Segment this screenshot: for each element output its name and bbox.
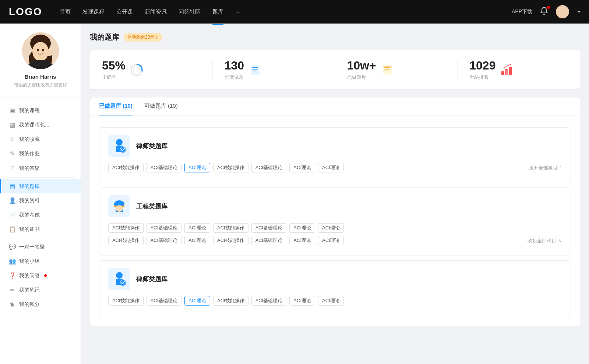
bank-card-2: 工程类题库 ACI技能操作 ACI基础理论 ACI理论 ACI技能操作 ACI基… — [99, 188, 571, 256]
bank2-collapse[interactable]: 收起全部科目 ∧ — [528, 236, 562, 245]
sidebar-item-qa-label: 我的问答 — [19, 272, 40, 279]
notification-bell[interactable] — [540, 7, 549, 17]
sidebar-item-group[interactable]: 👥 我的小组 — [0, 254, 81, 268]
tag-item[interactable]: ACI技能操作 — [108, 223, 144, 233]
sidebar-menu: ▣ 我的课程 ▦ 我的课程包... ☆ 我的收藏 ✎ 我的作业 ？ 我的答疑 ▤ — [0, 97, 81, 317]
tag-item[interactable]: ACI理论 — [184, 236, 210, 245]
divider-2 — [6, 238, 75, 238]
tag-item[interactable]: ACI基础理论 — [147, 236, 182, 245]
tag-item[interactable]: ACI理论 — [289, 236, 315, 245]
profile-avatar — [22, 32, 59, 69]
tag-item[interactable]: ACI理论 — [289, 223, 315, 233]
done-b-number-block: 10w+ 已做题库 — [347, 59, 376, 81]
nav-item-quiz[interactable]: 题库 — [212, 7, 223, 17]
accuracy-number-block: 55% 正确率 — [102, 59, 126, 81]
tag-item[interactable]: ACI技能操作 — [213, 223, 248, 233]
engineer-svg-icon — [110, 197, 128, 215]
svg-rect-22 — [505, 69, 508, 75]
tag-item[interactable]: ACI基础理论 — [251, 163, 287, 172]
nav-item-opencourse[interactable]: 公开课 — [116, 7, 133, 17]
nav-item-home[interactable]: 首页 — [60, 7, 71, 17]
tag-item[interactable]: ACI理论 — [318, 163, 344, 172]
sidebar-item-exam-label: 我的考试 — [19, 212, 40, 218]
tag-item[interactable]: ACI基础理论 — [147, 163, 182, 172]
sidebar-item-questions-label: 我的答疑 — [19, 165, 40, 172]
sidebar-item-homework[interactable]: ✎ 我的作业 — [0, 146, 81, 161]
tag-item[interactable]: ACI基础理论 — [147, 296, 182, 306]
sidebar-item-favorites[interactable]: ☆ 我的收藏 — [0, 132, 81, 146]
bank3-tags: ACI技能操作 ACI基础理论 ACI理论 ACI技能操作 ACI基础理论 AC… — [108, 296, 562, 306]
tag-item[interactable]: ACI技能操作 — [213, 236, 248, 245]
sidebar-item-tutoring-label: 一对一答疑 — [19, 244, 45, 250]
tag-item[interactable]: ACI技能操作 — [108, 296, 144, 306]
tag-item[interactable]: ACI基础理论 — [251, 223, 287, 233]
accuracy-label: 正确率 — [102, 74, 126, 81]
sidebar-item-notes-label: 我的笔记 — [19, 287, 40, 293]
sidebar-item-favorites-label: 我的收藏 — [19, 136, 40, 143]
sidebar-item-notes[interactable]: ✏ 我的笔记 — [0, 283, 81, 297]
tag-item-active[interactable]: ACI理论 — [184, 296, 210, 306]
sidebar-item-package[interactable]: ▦ 我的课程包... — [0, 118, 81, 132]
tag-item[interactable]: ACI理论 — [318, 236, 344, 245]
sidebar-item-qa-posts[interactable]: ❓ 我的问答 — [0, 268, 81, 283]
tag-item[interactable]: ACI理论 — [289, 296, 315, 306]
avatar[interactable] — [556, 5, 569, 18]
sidebar-item-cert[interactable]: 📋 我的证书 — [0, 222, 81, 236]
nav-item-discover[interactable]: 发现课程 — [82, 7, 105, 17]
tag-item[interactable]: ACI理论 — [184, 223, 210, 233]
sidebar-item-points[interactable]: ◉ 我的积分 — [0, 297, 81, 311]
sidebar-item-questions[interactable]: ？ 我的答疑 — [0, 161, 81, 176]
svg-point-7 — [42, 49, 44, 51]
svg-rect-17 — [384, 67, 390, 68]
page-header: 我的题库 体验剩余23天！ — [90, 32, 580, 42]
tag-item[interactable]: ACI技能操作 — [213, 163, 248, 172]
tag-item[interactable]: ACI技能操作 — [213, 296, 248, 306]
bank-card-3: 律师类题库 ACI技能操作 ACI基础理论 ACI理论 ACI技能操作 ACI基… — [99, 260, 571, 316]
tabs: 已做题库 (10) 可做题库 (10) — [90, 97, 580, 115]
navbar-right: APP下载 ▾ — [512, 5, 580, 18]
sidebar-item-exam[interactable]: 📄 我的考试 — [0, 208, 81, 222]
bank3-title: 律师类题库 — [136, 275, 167, 283]
star-icon: ☆ — [9, 136, 15, 143]
tag-item[interactable]: ACI技能操作 — [108, 236, 144, 245]
nav-item-qa[interactable]: 问答社区 — [179, 7, 201, 17]
tag-item[interactable]: ACI基础理论 — [251, 296, 287, 306]
tag-item[interactable]: ACI技能操作 — [108, 163, 144, 172]
done-q-number-block: 130 已做试题 — [225, 59, 244, 81]
sidebar-item-homework-label: 我的作业 — [19, 150, 40, 157]
rank-label: 全站排名 — [469, 74, 495, 81]
stat-accuracy: 55% 正确率 — [90, 59, 213, 81]
svg-rect-18 — [384, 69, 390, 69]
bank1-tags: ACI技能操作 ACI基础理论 ACI理论 ACI技能操作 ACI基础理论 AC… — [108, 163, 562, 172]
accuracy-value: 55% — [102, 59, 126, 72]
tag-item[interactable]: ACI理论 — [318, 296, 344, 306]
tag-item[interactable]: ACI理论 — [289, 163, 315, 172]
quizbank-icon: ▤ — [9, 183, 15, 190]
nav-item-more[interactable]: ··· — [235, 7, 240, 17]
sidebar-item-tutoring[interactable]: 💬 一对一答疑 — [0, 240, 81, 254]
sidebar-item-profile[interactable]: 👤 我的资料 — [0, 193, 81, 208]
bank1-expand[interactable]: 展开全部科目 ˅ — [529, 164, 562, 172]
rank-value: 1029 — [469, 59, 495, 72]
tab-available[interactable]: 可做题库 (10) — [144, 97, 178, 115]
sidebar-item-course[interactable]: ▣ 我的课程 — [0, 103, 81, 118]
notification-badge — [547, 6, 550, 9]
divider-1 — [6, 177, 75, 178]
done-b-value: 10w+ — [347, 59, 376, 72]
tag-item[interactable]: ACI基础理论 — [147, 223, 182, 233]
accuracy-icon — [130, 63, 143, 76]
sidebar-item-quizbank[interactable]: ▤ 我的题库 — [0, 179, 81, 193]
tag-item[interactable]: ACI基础理论 — [251, 236, 287, 245]
tab-content: 律师类题库 ACI技能操作 ACI基础理论 ACI理论 ACI技能操作 ACI基… — [90, 121, 580, 326]
group-icon: 👥 — [9, 258, 15, 265]
done-b-icon — [381, 63, 394, 76]
package-icon: ▦ — [9, 121, 15, 128]
svg-rect-19 — [384, 71, 389, 71]
tag-item-active[interactable]: ACI理论 — [184, 163, 210, 172]
user-bio: 错误的决定比没有决定要好 — [14, 82, 67, 88]
nav-item-news[interactable]: 新闻资讯 — [145, 7, 167, 17]
avatar-chevron[interactable]: ▾ — [578, 9, 580, 14]
app-download-link[interactable]: APP下载 — [512, 8, 532, 15]
tag-item[interactable]: ACI理论 — [318, 223, 344, 233]
tab-done[interactable]: 已做题库 (10) — [99, 97, 133, 115]
